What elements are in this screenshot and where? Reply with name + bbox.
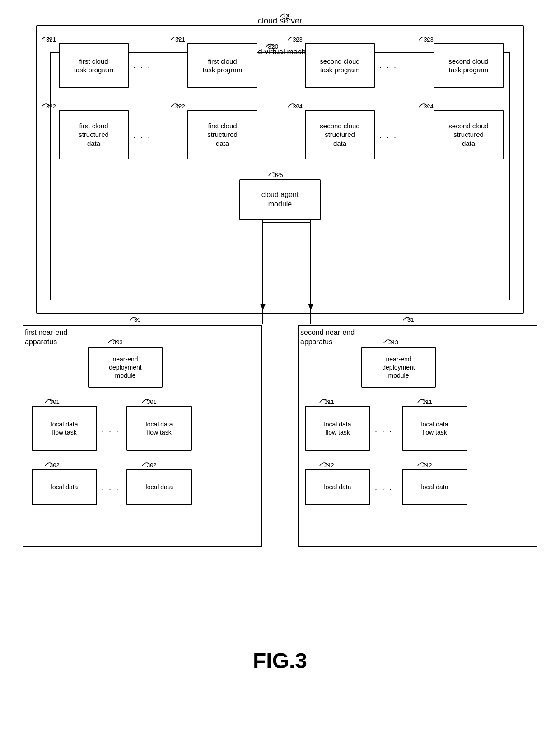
ref-313: 313	[375, 339, 398, 346]
ref-312-1: 312	[311, 462, 334, 469]
nearend-deploy-1: near-enddeploymentmodule	[88, 347, 163, 388]
local-flow-2b: local dataflow task	[402, 406, 467, 451]
dots-cloud-task-1: . . .	[133, 61, 151, 70]
second-cloud-task-1: second cloudtask program	[305, 43, 375, 88]
nearend-deploy-2: near-enddeploymentmodule	[361, 347, 436, 388]
ref-31: 31	[395, 316, 414, 323]
connector-h	[263, 220, 311, 225]
ref-322-2: 322	[162, 103, 185, 110]
second-nearend-label: second near-endapparatus	[300, 328, 355, 347]
ref-322-1: 322	[33, 103, 56, 110]
dots-local-flow-2: . . .	[375, 425, 393, 434]
ref-324-1: 324	[279, 103, 303, 110]
arrow-left	[254, 220, 276, 324]
ref-301-2: 301	[133, 398, 157, 405]
ref-302-1: 302	[36, 462, 60, 469]
dots-cloud-data-1: . . .	[133, 131, 151, 141]
dots-local-data-2: . . .	[375, 483, 393, 492]
second-cloud-data-1: second cloudstructureddata	[305, 110, 375, 159]
local-flow-2a: local dataflow task	[305, 406, 370, 451]
ref-311-2: 311	[409, 398, 432, 405]
svg-marker-4	[308, 304, 313, 310]
second-cloud-data-2: second cloudstructureddata	[434, 110, 504, 159]
svg-marker-1	[260, 304, 266, 310]
local-data-2b: local data	[402, 469, 467, 505]
local-data-2a: local data	[305, 469, 370, 505]
first-cloud-task-2: first cloudtask program	[187, 43, 257, 88]
dots-local-flow-1: . . .	[102, 425, 120, 434]
first-cloud-data-1: first cloudstructureddata	[59, 110, 129, 159]
cloud-server-label: cloud server	[135, 16, 425, 26]
first-nearend-label: first near-endapparatus	[25, 328, 67, 347]
local-flow-1a: local dataflow task	[32, 406, 97, 451]
dots-local-data-1: . . .	[102, 483, 120, 492]
ref-302-2: 302	[133, 462, 157, 469]
first-cloud-data-2: first cloudstructureddata	[187, 110, 257, 159]
local-flow-1b: local dataflow task	[126, 406, 192, 451]
local-data-1a: local data	[32, 469, 97, 505]
local-data-1b: local data	[126, 469, 192, 505]
ref-321-2: 321	[162, 36, 185, 43]
second-cloud-task-2: second cloudtask program	[434, 43, 504, 88]
first-cloud-task-1: first cloudtask program	[59, 43, 129, 88]
diagram-container: 32 cloud server 320 cloud virtual machin…	[0, 0, 560, 691]
dots-cloud-data-2: . . .	[379, 131, 397, 141]
ref-324-2: 324	[410, 103, 434, 110]
ref-311-1: 311	[311, 398, 334, 405]
ref-325: 325	[260, 172, 283, 178]
ref-321-1: 321	[33, 36, 56, 43]
ref-312-2: 312	[409, 462, 432, 469]
arrow-right	[302, 220, 324, 324]
fig-label: FIG.3	[0, 648, 560, 673]
ref-30: 30	[122, 316, 140, 323]
ref-323-1: 323	[279, 36, 303, 43]
cloud-agent-module: cloud agentmodule	[239, 179, 321, 220]
dots-cloud-task-2: . . .	[379, 61, 397, 70]
ref-323-2: 323	[410, 36, 434, 43]
ref-301-1: 301	[36, 398, 60, 405]
ref-303: 303	[99, 339, 123, 346]
